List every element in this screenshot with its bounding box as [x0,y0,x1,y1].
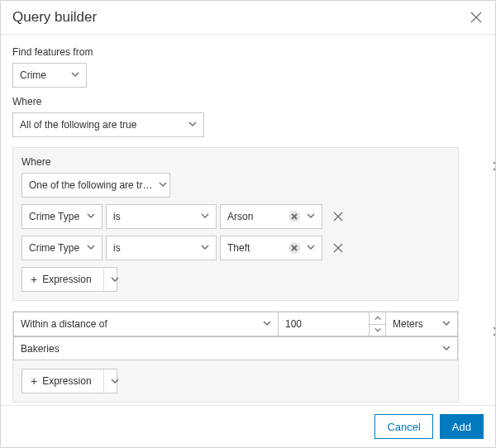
cancel-label: Cancel [387,421,420,433]
value-select[interactable]: Arson [220,204,322,229]
chevron-down-icon [201,242,209,254]
where-label: Where [12,96,484,107]
add-expression-button[interactable]: + Expression [21,267,117,292]
find-from-value: Crime [20,69,46,81]
dialog-header: Query builder [1,1,495,35]
chevron-down-icon [442,343,451,355]
spatial-layer-select[interactable]: Bakeries [13,337,458,360]
operator-select[interactable]: is [106,204,217,229]
remove-row-icon[interactable] [332,242,344,254]
cancel-button[interactable]: Cancel [374,414,432,439]
plus-icon: + [31,375,37,387]
add-button[interactable]: Add [440,414,484,439]
chevron-down-icon [103,369,119,393]
expression-row: Crime Type is Theft [21,236,450,260]
spatial-row: Within a distance of 100 Meters [13,312,458,337]
expression-group: Where One of the following are tr… Crime… [12,147,459,301]
unit-select[interactable]: Meters [385,312,458,336]
chevron-down-icon [103,268,119,291]
plus-icon: + [31,274,37,285]
operator-value: is [113,211,121,222]
remove-spatial-icon[interactable] [492,326,495,337]
distance-input[interactable]: 100 [278,312,369,336]
chevron-down-icon [442,318,451,330]
field-select[interactable]: Crime Type [21,204,103,229]
value-select[interactable]: Theft [220,236,322,260]
step-down-button[interactable] [370,325,385,336]
close-icon[interactable] [469,10,484,25]
dialog-footer: Cancel Add [1,405,495,447]
field-value: Crime Type [29,242,79,254]
remove-group-icon[interactable] [492,160,495,172]
add-expression-button[interactable]: + Expression [21,369,117,393]
field-select[interactable]: Crime Type [21,236,103,260]
chevron-down-icon [263,318,271,330]
field-value: Crime Type [29,211,79,222]
distance-value: 100 [285,318,302,330]
where-combinator-value: All of the following are true [20,119,136,131]
dialog-body: Find features from Crime Where All of th… [1,35,495,405]
chevron-down-icon [87,211,95,222]
find-from-select[interactable]: Crime [12,63,87,88]
value-text: Theft [227,242,284,254]
group-combinator-select[interactable]: One of the following are tr… [21,173,170,198]
where-combinator-select[interactable]: All of the following are true [12,112,204,137]
dialog-title: Query builder [12,9,97,26]
query-builder-dialog: Query builder Find features from Crime W… [0,0,496,448]
chevron-down-icon [71,69,79,81]
spatial-wrapper: Within a distance of 100 Meters [12,311,484,403]
add-expression-label: Expression [42,274,91,285]
operator-select[interactable]: is [106,236,217,260]
clear-value-icon[interactable] [289,242,300,254]
group-combinator-value: One of the following are tr… [29,179,152,191]
operator-value: is [113,242,121,254]
distance-stepper [369,312,385,336]
remove-row-icon[interactable] [332,211,344,222]
expression-row: Crime Type is Arson [21,204,450,229]
group-wrapper: Where One of the following are tr… Crime… [12,147,484,301]
add-expression-label: Expression [42,375,91,387]
spatial-operator-select[interactable]: Within a distance of [13,312,278,336]
clear-value-icon[interactable] [289,211,300,222]
chevron-down-icon [159,179,167,191]
step-up-button[interactable] [370,312,385,325]
spatial-layer-value: Bakeries [21,343,60,355]
chevron-down-icon [87,242,95,254]
find-from-label: Find features from [12,46,484,58]
chevron-down-icon [188,119,197,131]
spatial-operator-value: Within a distance of [21,318,107,330]
chevron-down-icon [307,211,315,222]
spatial-expression-group: Within a distance of 100 Meters [12,311,459,403]
unit-value: Meters [393,318,423,330]
value-text: Arson [227,211,284,222]
chevron-down-icon [201,211,209,222]
chevron-down-icon [307,242,315,254]
add-label: Add [452,421,471,433]
group-where-label: Where [21,156,450,168]
